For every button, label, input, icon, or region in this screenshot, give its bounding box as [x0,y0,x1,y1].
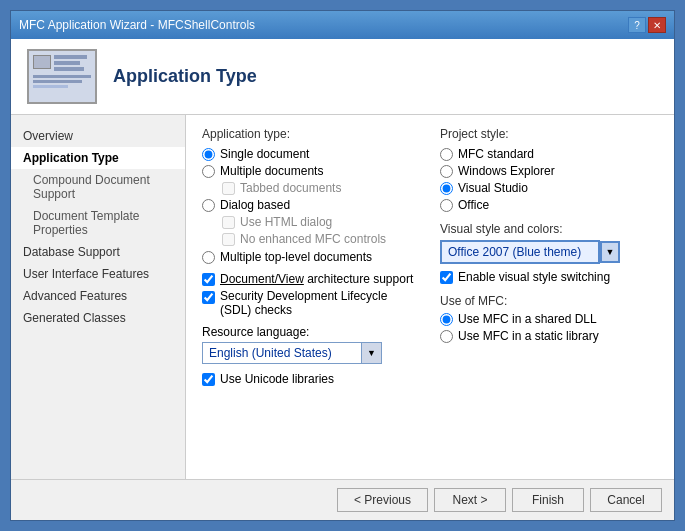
radio-visual-studio: Visual Studio [440,181,658,195]
radio-dialog-input[interactable] [202,199,215,212]
checkbox-unicode-label[interactable]: Use Unicode libraries [220,372,334,386]
radio-shared-dll: Use MFC in a shared DLL [440,312,658,326]
radio-static-lib-input[interactable] [440,330,453,343]
app-type-label: Application type: [202,127,420,141]
checkbox-sdl-input[interactable] [202,291,215,304]
radio-toplevel: Multiple top-level documents [202,250,420,264]
checkbox-tabbed-label: Tabbed documents [240,181,341,195]
radio-multiple: Multiple documents [202,164,420,178]
checkbox-docview-input[interactable] [202,273,215,286]
radio-office-label[interactable]: Office [458,198,489,212]
checkbox-html-label: Use HTML dialog [240,215,332,229]
dialog-title: MFC Application Wizard - MFCShellControl… [19,18,255,32]
mfc-use-group: Use of MFC: Use MFC in a shared DLL Use … [440,294,658,343]
page-title: Application Type [113,66,257,87]
checkbox-tabbed-input[interactable] [222,182,235,195]
sidebar-item-application-type[interactable]: Application Type [11,147,185,169]
dialog-window: MFC Application Wizard - MFCShellControl… [10,10,675,521]
resource-lang-arrow[interactable]: ▼ [362,342,382,364]
checkbox-switching-label[interactable]: Enable visual style switching [458,270,610,284]
resource-lang-dropdown-container: English (United States) ▼ [202,342,420,364]
checkbox-docview: Document/View architecture support [202,272,420,286]
radio-visual-studio-label[interactable]: Visual Studio [458,181,528,195]
radio-office-input[interactable] [440,199,453,212]
sidebar-item-database[interactable]: Database Support [11,241,185,263]
checkbox-sdl: Security Development Lifecycle (SDL) che… [202,289,420,317]
checkbox-sdl-label[interactable]: Security Development Lifecycle (SDL) che… [220,289,420,317]
radio-mfc-standard: MFC standard [440,147,658,161]
radio-mfc-standard-input[interactable] [440,148,453,161]
radio-html: Use HTML dialog [222,215,420,229]
radio-static-lib-label[interactable]: Use MFC in a static library [458,329,599,343]
help-button[interactable]: ? [628,17,646,33]
visual-style-dropdown-container: Office 2007 (Blue theme) ▼ [440,240,658,264]
resource-lang-group: Resource language: English (United State… [202,325,420,364]
radio-shared-dll-input[interactable] [440,313,453,326]
sidebar-item-advanced[interactable]: Advanced Features [11,285,185,307]
radio-no-mfc: No enhanced MFC controls [222,232,420,246]
visual-style-select[interactable]: Office 2007 (Blue theme) [440,240,600,264]
radio-multiple-input[interactable] [202,165,215,178]
radio-office: Office [440,198,658,212]
checkboxes-group: Document/View architecture support Secur… [202,272,420,317]
finish-button[interactable]: Finish [512,488,584,512]
radio-toplevel-input[interactable] [202,251,215,264]
project-style-label: Project style: [440,127,658,141]
checkbox-enable-switching: Enable visual style switching [440,270,658,284]
radio-tabbed: Tabbed documents [222,181,420,195]
radio-multiple-label[interactable]: Multiple documents [220,164,323,178]
mfc-use-label: Use of MFC: [440,294,658,308]
radio-single-label[interactable]: Single document [220,147,309,161]
sidebar-item-compound-doc[interactable]: Compound Document Support [11,169,185,205]
header-section: Application Type [11,39,674,115]
resource-lang-label: Resource language: [202,325,420,339]
sidebar-item-generated[interactable]: Generated Classes [11,307,185,329]
sidebar: Overview Application Type Compound Docum… [11,115,186,479]
main-content: Overview Application Type Compound Docum… [11,115,674,479]
visual-style-label: Visual style and colors: [440,222,658,236]
radio-static-lib: Use MFC in a static library [440,329,658,343]
radio-windows-explorer-label[interactable]: Windows Explorer [458,164,555,178]
bottom-bar: < Previous Next > Finish Cancel [11,479,674,520]
sidebar-item-ui-features[interactable]: User Interface Features [11,263,185,285]
title-bar-buttons: ? ✕ [628,17,666,33]
next-button[interactable]: Next > [434,488,506,512]
radio-mfc-standard-label[interactable]: MFC standard [458,147,534,161]
checkbox-nomfc-input[interactable] [222,233,235,246]
cancel-button[interactable]: Cancel [590,488,662,512]
left-column: Application type: Single document Multip… [202,127,420,389]
checkbox-unicode: Use Unicode libraries [202,372,420,386]
checkbox-html-input[interactable] [222,216,235,229]
checkbox-docview-label[interactable]: Document/View architecture support [220,272,413,286]
radio-windows-explorer: Windows Explorer [440,164,658,178]
radio-windows-explorer-input[interactable] [440,165,453,178]
resource-lang-select[interactable]: English (United States) [202,342,362,364]
checkbox-switching-input[interactable] [440,271,453,284]
close-button[interactable]: ✕ [648,17,666,33]
radio-single-input[interactable] [202,148,215,161]
radio-dialog-label[interactable]: Dialog based [220,198,290,212]
checkbox-unicode-input[interactable] [202,373,215,386]
sidebar-item-doc-template[interactable]: Document Template Properties [11,205,185,241]
two-col-layout: Application type: Single document Multip… [202,127,658,389]
visual-style-arrow[interactable]: ▼ [600,241,620,263]
checkbox-nomfc-label: No enhanced MFC controls [240,232,386,246]
right-column: Project style: MFC standard Windows Expl… [440,127,658,389]
visual-style-group: Visual style and colors: Office 2007 (Bl… [440,222,658,264]
radio-dialog: Dialog based [202,198,420,212]
content-area: Application type: Single document Multip… [186,115,674,479]
header-icon [27,49,97,104]
radio-single: Single document [202,147,420,161]
radio-shared-dll-label[interactable]: Use MFC in a shared DLL [458,312,597,326]
radio-toplevel-label[interactable]: Multiple top-level documents [220,250,372,264]
sidebar-item-overview[interactable]: Overview [11,125,185,147]
title-bar: MFC Application Wizard - MFCShellControl… [11,11,674,39]
previous-button[interactable]: < Previous [337,488,428,512]
radio-visual-studio-input[interactable] [440,182,453,195]
